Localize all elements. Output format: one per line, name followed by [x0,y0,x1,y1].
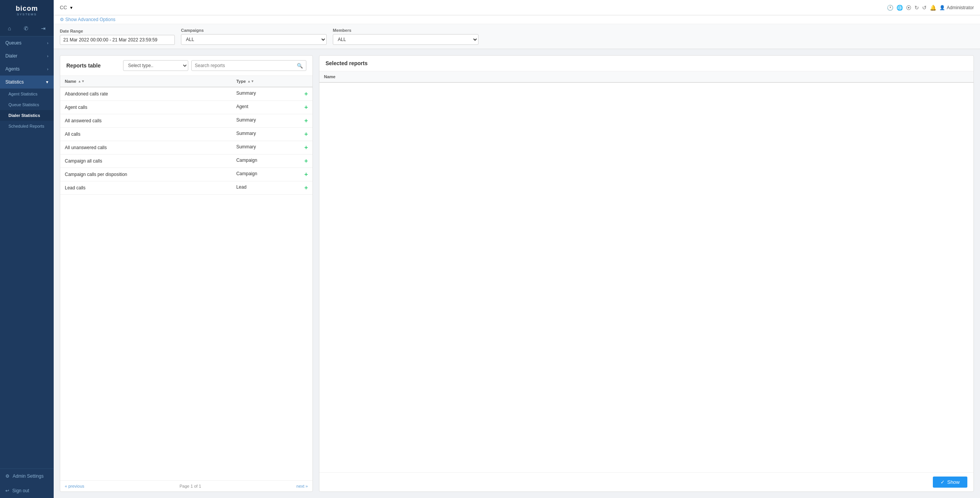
selected-reports-section: Selected reports Name [319,55,974,492]
report-name: Lead calls [60,181,232,195]
selected-reports-header: Selected reports [319,56,973,71]
sign-out-button[interactable]: ↩ Sign out [0,483,54,498]
advanced-options-bar: ⚙ Show Advanced Options [54,15,980,24]
logo-subtext: SYSTEMS [16,13,38,16]
add-report-button[interactable]: + [304,171,308,178]
type-select[interactable]: Select type.. Summary Agent Campaign Lea… [123,60,188,71]
date-range-label: Date Range [60,29,175,33]
search-input[interactable] [195,63,294,68]
sidebar-item-scheduled-reports[interactable]: Scheduled Reports [0,121,54,131]
chevron-right-icon: › [47,54,48,58]
reports-section-header: Reports table Select type.. Summary Agen… [60,56,312,76]
name-column-header[interactable]: Name ▲▼ [60,76,232,87]
table-row: All calls Summary + [60,128,312,141]
report-name: Agent calls [60,101,232,114]
sidebar-item-agents[interactable]: Agents › [0,62,54,76]
user-icon: 👤 [939,5,945,10]
agents-label: Agents [5,66,20,72]
add-report-button[interactable]: + [304,144,308,151]
add-report-button[interactable]: + [304,104,308,111]
table-row: Campaign calls per disposition Campaign … [60,168,312,181]
report-type: Summary + [232,128,312,141]
report-type: Summary + [232,87,312,101]
sidebar-statistics-header[interactable]: Statistics ▾ [0,76,54,89]
admin-label: 👤 Administrator [939,5,974,10]
queues-label: Queues [5,40,21,46]
report-name: Campaign all calls [60,154,232,168]
members-label: Members [333,28,478,33]
report-name: All calls [60,128,232,141]
show-button-label: Show [947,479,960,485]
name-sort-icon: ▲▼ [78,79,85,83]
report-type: Lead + [232,181,312,195]
reports-table: Name ▲▼ Type ▲▼ [60,76,312,480]
logo: bicom SYSTEMS [0,0,54,21]
content-area: Reports table Select type.. Summary Agen… [54,49,980,498]
campaigns-label: Campaigns [181,28,327,33]
table-row: Lead calls Lead + [60,181,312,195]
share-icon[interactable]: ⇥ [39,24,47,33]
report-name: Abandoned calls rate [60,87,232,101]
sidebar-item-dialer-statistics[interactable]: Dialer Statistics [0,110,54,121]
filters-bar: Date Range Campaigns ALL Members ALL [54,24,980,49]
sign-out-label: Sign out [12,488,29,493]
sidebar-item-queues[interactable]: Queues › [0,36,54,49]
date-range-input[interactable] [60,35,175,45]
date-range-filter: Date Range [60,29,175,45]
bell-icon[interactable]: 🔔 [930,5,936,11]
dialer-label: Dialer [5,53,17,59]
prev-page-link[interactable]: « previous [65,484,84,488]
next-page-link[interactable]: next » [296,484,308,488]
add-report-button[interactable]: + [304,90,308,97]
table-row: Agent calls Agent + [60,101,312,114]
report-type: Agent + [232,101,312,114]
add-report-button[interactable]: + [304,131,308,138]
phone-icon[interactable]: ✆ [22,24,30,33]
signout-icon: ↩ [5,488,9,493]
sidebar-item-queue-statistics[interactable]: Queue Statistics [0,99,54,110]
clock-icon[interactable]: 🕐 [887,5,893,11]
chevron-right-icon: › [47,67,48,71]
topbar-dropdown-arrow[interactable]: ▾ [70,5,72,10]
search-icon: 🔍 [297,63,303,69]
check-icon: ✓ [941,479,945,485]
selected-reports-table: Name [319,71,973,472]
globe-icon[interactable]: 🌐 [896,5,903,11]
topbar-left: CC ▾ [60,5,72,10]
reports-table-title: Reports table [66,62,100,69]
report-type: Campaign + [232,154,312,168]
sidebar-bottom: ⚙ Admin Settings ↩ Sign out [0,468,54,498]
admin-settings-label: Admin Settings [13,473,44,479]
add-report-button[interactable]: + [304,117,308,124]
gear-icon: ⚙ [5,473,10,479]
search-box: 🔍 [191,60,306,71]
refresh-icon[interactable]: ↻ [914,5,919,11]
members-filter: Members ALL [333,28,478,45]
topbar: CC ▾ 🕐 🌐 ⦿ ↻ ↺ 🔔 👤 Administrator [54,0,980,15]
type-column-header[interactable]: Type ▲▼ [232,76,312,87]
table-row: All unanswered calls Summary + [60,141,312,154]
main-content: CC ▾ 🕐 🌐 ⦿ ↻ ↺ 🔔 👤 Administrator ⚙ Show … [54,0,980,498]
report-name: Campaign calls per disposition [60,168,232,181]
show-advanced-options-link[interactable]: ⚙ Show Advanced Options [60,17,115,22]
reports-toolbar: Select type.. Summary Agent Campaign Lea… [123,60,306,71]
home-icon[interactable]: ⌂ [7,24,13,33]
refresh2-icon[interactable]: ↺ [922,5,927,11]
report-name: All answered calls [60,114,232,128]
page-info: Page 1 of 1 [179,484,201,488]
report-type: Summary + [232,141,312,154]
add-report-button[interactable]: + [304,184,308,191]
table-row: Campaign all calls Campaign + [60,154,312,168]
selected-name-column-header: Name [319,71,973,82]
add-report-button[interactable]: + [304,158,308,164]
type-sort-icon: ▲▼ [247,79,254,83]
table-row: Abandoned calls rate Summary + [60,87,312,101]
signal-icon[interactable]: ⦿ [906,5,911,11]
chevron-down-icon: ▾ [46,79,48,85]
sidebar-item-agent-statistics[interactable]: Agent Statistics [0,89,54,99]
admin-settings-button[interactable]: ⚙ Admin Settings [0,469,54,483]
campaigns-select[interactable]: ALL [181,34,327,45]
sidebar-item-dialer[interactable]: Dialer › [0,49,54,62]
show-button[interactable]: ✓ Show [933,477,967,488]
members-select[interactable]: ALL [333,34,478,45]
